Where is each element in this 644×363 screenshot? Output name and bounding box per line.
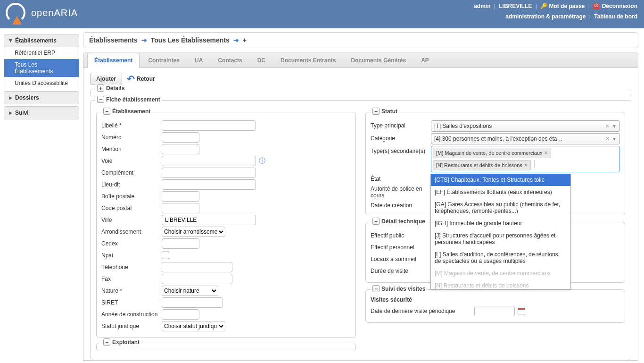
sidebar-item-tous-etablissements[interactable]: Tous Les Établissements <box>4 59 79 77</box>
location-link[interactable]: LIBREVILLE <box>499 3 532 9</box>
collapse-icon[interactable]: − <box>372 218 380 225</box>
nature-select[interactable]: Choisir nature <box>162 286 218 296</box>
fieldset-details: +Détails <box>90 89 631 97</box>
statut-juridique-select[interactable]: Choisir statut juridique <box>162 321 225 331</box>
app-name: openARIA <box>31 8 78 18</box>
type-principal-select[interactable]: [T] Salles d'expositions × ▼ <box>431 120 620 132</box>
expand-icon[interactable]: + <box>97 84 104 92</box>
add-button[interactable]: Ajouter <box>90 73 122 85</box>
dropdown-option[interactable]: [GA] Gares Accessibles au public (chemin… <box>431 198 570 217</box>
fax-input[interactable] <box>162 274 232 284</box>
key-icon: 🔑 <box>540 3 547 9</box>
npai-checkbox[interactable] <box>162 252 169 259</box>
fieldset-fiche: −Fiche établissement −Établissement Libe… <box>90 100 631 360</box>
dashboard-link[interactable]: Tableau de bord <box>594 13 637 20</box>
dropdown-option[interactable]: [L] Salles d'audition, de conférences, d… <box>431 248 570 267</box>
complement-input[interactable] <box>162 168 256 178</box>
sidebar-section-etablissements[interactable]: ▶ Établissements <box>4 34 79 47</box>
tab-contraintes[interactable]: Contraintes <box>141 53 186 68</box>
mention-input[interactable] <box>162 144 199 154</box>
chip: [M] Magasin de vente, de centre commerci… <box>433 148 551 158</box>
tab-contacts[interactable]: Contacts <box>211 53 248 68</box>
tab-ap[interactable]: AP <box>414 53 436 68</box>
password-link[interactable]: Mot de passe <box>549 3 585 9</box>
fieldset-etablissement: −Établissement Libellé * Numéro Mention … <box>96 112 356 338</box>
tab-dc[interactable]: DC <box>251 53 272 68</box>
dropdown-option[interactable]: [CTS] Chapiteaux, Tentes et Structures t… <box>431 174 570 186</box>
logout-link[interactable]: Déconnexion <box>602 3 637 9</box>
tab-documents-entrants[interactable]: Documents Entrants <box>274 53 342 68</box>
sidebar: ▶ Établissements Référentiel ERP Tous Le… <box>0 28 83 363</box>
collapse-icon[interactable]: − <box>103 338 110 346</box>
clear-icon[interactable]: × <box>606 135 609 142</box>
admin-link[interactable]: administration & paramétrage <box>505 13 586 20</box>
fieldset-suivi-visites: −Suivi des visites Visites sécurité Date… <box>365 289 625 323</box>
cedex-input[interactable] <box>162 238 199 249</box>
tab-documents-generes[interactable]: Documents Générés <box>344 53 413 68</box>
annee-input[interactable] <box>162 309 199 320</box>
arrondissement-select[interactable]: Choisir arrondissement <box>162 227 225 237</box>
arrow-right-icon: ➔ <box>233 36 239 44</box>
telephone-input[interactable] <box>162 262 232 272</box>
app-logo: openARIA <box>6 3 78 23</box>
chevron-down-icon: ▶ <box>8 39 13 42</box>
chip: [N] Restaurants et débits de boissons× <box>433 160 531 170</box>
arrow-right-icon: ➔ <box>141 36 147 44</box>
sidebar-item-referentiel[interactable]: Référentiel ERP <box>4 47 79 59</box>
siret-input[interactable] <box>162 297 223 308</box>
cp-input[interactable] <box>162 203 199 213</box>
ville-input[interactable] <box>162 215 256 225</box>
collapse-icon[interactable]: − <box>372 108 380 115</box>
breadcrumb-item[interactable]: Tous Les Établissements <box>151 36 230 44</box>
chevron-right-icon: ▶ <box>9 110 12 115</box>
section-title: Visites sécurité <box>371 296 620 303</box>
lieudit-input[interactable] <box>162 179 256 190</box>
voie-input[interactable] <box>162 156 256 166</box>
dropdown-option[interactable]: [J] Structures d'accueil pour personnes … <box>431 229 570 248</box>
date-derniere-input[interactable] <box>474 306 515 316</box>
remove-chip-icon[interactable]: × <box>524 162 528 169</box>
back-link[interactable]: ↶ Retour <box>127 73 155 84</box>
numero-input[interactable] <box>162 132 199 143</box>
sidebar-section-dossiers[interactable]: ▶ Dossiers <box>4 91 79 104</box>
chevron-right-icon: ▶ <box>9 95 12 100</box>
categorie-select[interactable]: [4] 300 personnes et moins, à l'exceptio… <box>431 133 620 144</box>
tabs: Établissement Contraintes UA Contacts DC… <box>83 52 638 68</box>
breadcrumb-item[interactable]: Établissements <box>89 36 138 44</box>
dropdown-option[interactable]: [IGH] Immeuble de grande hauteur <box>431 217 570 229</box>
collapse-icon[interactable]: − <box>372 285 380 292</box>
breadcrumb: Établissements ➔ Tous Les Établissements… <box>83 32 638 48</box>
user-link[interactable]: admin <box>474 3 490 9</box>
types-secondaires-multiselect[interactable]: [M] Magasin de vente, de centre commerci… <box>431 146 620 172</box>
remove-chip-icon[interactable]: × <box>545 150 548 156</box>
chevron-down-icon: ▼ <box>612 124 617 129</box>
fieldset-exploitant: −Exploitant <box>96 343 356 351</box>
tab-etablissement[interactable]: Établissement <box>87 53 140 68</box>
breadcrumb-item: + <box>243 36 247 44</box>
info-icon[interactable]: ⓘ <box>259 157 265 165</box>
libelle-input[interactable] <box>162 120 256 131</box>
power-icon <box>593 3 599 9</box>
sidebar-item-unites[interactable]: Unités D'accessibilité <box>4 77 79 89</box>
dropdown-option[interactable]: [EF] Établissements flottants (eaux inté… <box>431 186 570 198</box>
text-cursor <box>535 160 536 168</box>
sidebar-section-suivi[interactable]: ▶ Suivi <box>4 106 79 119</box>
collapse-icon[interactable]: − <box>97 96 104 103</box>
tab-ua[interactable]: UA <box>188 53 209 68</box>
collapse-icon[interactable]: − <box>103 108 110 115</box>
app-header: openARIA admin | LIBREVILLE | 🔑 Mot de p… <box>0 0 644 28</box>
dropdown-option: [N] Restaurants et débits de boissons <box>431 279 570 289</box>
bp-input[interactable] <box>162 191 199 202</box>
content-panel: Ajouter ↶ Retour +Détails −Fiche établis… <box>83 68 638 361</box>
logo-icon <box>6 3 25 23</box>
back-arrow-icon: ↶ <box>127 73 135 84</box>
chevron-down-icon: ▼ <box>612 136 617 142</box>
clear-icon[interactable]: × <box>606 123 609 129</box>
dropdown-option: [M] Magasin de vente, de centre commerci… <box>431 267 570 279</box>
types-secondaires-dropdown[interactable]: [CTS] Chapiteaux, Tentes et Structures t… <box>430 174 571 289</box>
calendar-icon[interactable] <box>518 308 525 314</box>
